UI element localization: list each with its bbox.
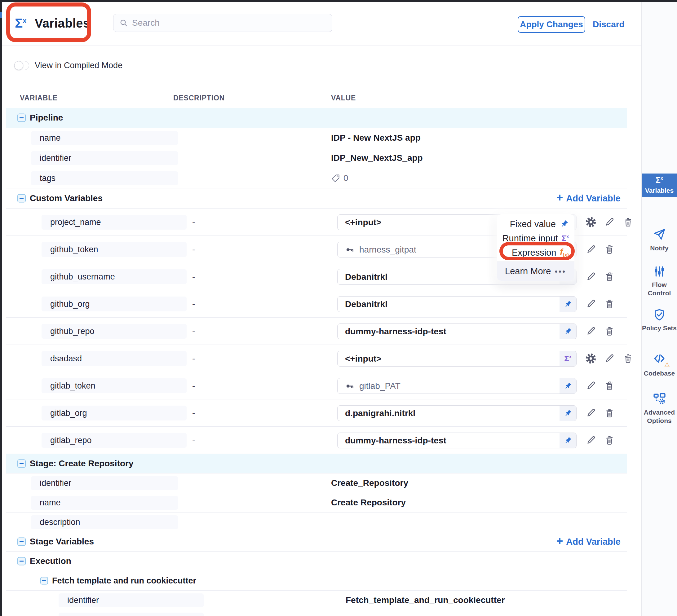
delete-trash-icon[interactable] [604,244,615,255]
settings-gear-icon[interactable] [585,217,596,228]
variable-name-field: identifier [31,151,178,165]
variable-name-field: github_repo [42,324,187,339]
delete-trash-icon[interactable] [604,326,615,337]
rail-item-advanced-options[interactable]: Advanced Options [642,392,677,425]
edit-pencil-icon[interactable] [585,271,596,282]
add-variable-button[interactable]: + Add Variable [556,532,621,551]
edit-pencil-icon[interactable] [585,435,596,446]
section-title: Pipeline [30,108,63,128]
delete-trash-icon[interactable] [623,353,634,364]
edit-pencil-icon[interactable] [585,326,596,337]
compiled-mode-row: View in Compiled Mode [14,61,123,70]
add-variable-label: Add Variable [566,537,621,547]
tags-value: 0 [331,168,349,188]
add-variable-button[interactable]: + Add Variable [556,188,621,208]
description-cell: - [192,208,195,236]
more-options-dots-icon[interactable]: ••• [555,267,566,276]
menu-item-label: Runtime input [502,233,558,244]
sigma-x-icon: Σx [656,175,663,185]
menu-item-runtime-input[interactable]: Runtime input Σx [497,231,574,245]
edit-pencil-icon[interactable] [604,353,615,364]
learn-more-link[interactable]: Learn More [505,266,551,276]
tag-icon [331,174,341,183]
value-text: gitlab_PAT [359,381,401,391]
edit-pencil-icon[interactable] [585,298,596,310]
settings-gear-icon[interactable] [585,353,596,364]
section-row-custom-variables: Custom Variables + Add Variable [6,188,627,208]
compiled-mode-toggle[interactable] [14,61,29,70]
edit-pencil-icon[interactable] [604,217,615,228]
delete-trash-icon[interactable] [604,271,615,282]
input-type-selector[interactable] [559,433,576,448]
value-input[interactable]: d.panigrahi.nitrkl [337,405,577,421]
value-input[interactable]: gitlab_PAT [337,378,577,394]
rail-item-codebase[interactable]: ⚠ Codebase [642,352,677,377]
row-actions [585,236,615,263]
rail-item-flow-control[interactable]: Flow Control [642,265,677,297]
input-type-selector[interactable] [559,324,576,339]
step-row-fetch-template: Fetch template and run cookiecutter [6,571,627,590]
value-input[interactable]: dummy-harness-idp-test [337,433,577,448]
input-type-selector[interactable] [559,378,576,393]
drawer-header: Σx Variables Apply Changes Discard [2,2,641,46]
pin-icon [563,382,572,390]
row-actions [585,345,634,372]
section-row-execution: Execution [6,552,627,571]
value-input[interactable]: Debanitrkl [337,296,577,312]
variable-value: Create Repository [331,493,406,512]
discard-button[interactable]: Discard [593,16,625,33]
variable-name-field: gitlab_token [42,378,187,393]
rail-item-policy-sets[interactable]: Policy Sets [642,308,677,332]
sliders-icon [653,265,666,278]
collapse-icon[interactable] [17,194,26,203]
value-text: Debanitrkl [345,299,388,309]
edit-pencil-icon[interactable] [585,380,596,391]
menu-item-expression[interactable]: Expression f(x) [497,245,574,260]
apply-changes-button[interactable]: Apply Changes [518,16,585,33]
table-row: identifier Fetch_template_and_run_cookie… [6,590,627,610]
description-cell: - [192,236,195,263]
edit-pencil-icon[interactable] [585,408,596,419]
rail-item-label: Notify [650,244,669,252]
row-actions [585,208,634,236]
row-actions [585,427,615,454]
col-header-description: DESCRIPTION [173,94,225,102]
delete-trash-icon[interactable] [623,217,634,228]
variable-name-field: github_org [42,296,187,312]
rail-item-label: Policy Sets [642,324,677,332]
menu-item-fixed-value[interactable]: Fixed value [497,217,574,231]
left-nav-accent [0,12,2,18]
paper-plane-icon [652,228,666,241]
compiled-mode-label: View in Compiled Mode [35,61,123,70]
collapse-icon[interactable] [17,537,26,546]
input-type-selector[interactable] [559,406,576,421]
collapse-icon[interactable] [17,460,26,468]
variable-name-field: identifier [58,594,204,607]
collapse-icon[interactable] [17,557,26,566]
value-input[interactable]: dummy-harness-idp-test [337,324,577,339]
edit-pencil-icon[interactable] [585,244,596,255]
value-text: dummy-harness-idp-test [345,436,446,445]
table-row: name IDP - New NextJS app [6,128,627,148]
menu-item-label: Fixed value [510,219,556,229]
input-type-selector[interactable] [559,296,576,312]
delete-trash-icon[interactable] [604,298,615,310]
input-type-selector[interactable]: Σx [559,351,576,366]
section-title: Stage Variables [30,532,94,551]
search-input[interactable] [132,18,326,28]
delete-trash-icon[interactable] [604,435,615,446]
rail-item-notify[interactable]: Notify [642,228,677,252]
collapse-icon[interactable] [40,577,48,585]
search-box[interactable] [113,14,332,32]
variable-name-field: gitlab_org [42,406,187,421]
warning-badge-icon: ⚠ [664,361,670,368]
variable-value: Create_Repository [331,473,408,493]
collapse-icon[interactable] [17,114,26,122]
value-input[interactable]: <+input> Σx [337,351,577,367]
section-row-pipeline: Pipeline [6,108,627,128]
rail-item-variables[interactable]: Σx Variables [642,174,677,197]
delete-trash-icon[interactable] [604,380,615,391]
table-row-dsadasd: dsadasd - <+input> Σx [6,345,627,372]
variable-name-field: description [31,515,178,529]
delete-trash-icon[interactable] [604,408,615,419]
